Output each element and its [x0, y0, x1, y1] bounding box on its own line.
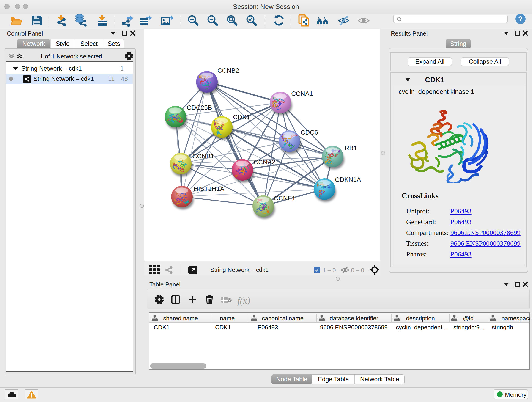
svg-text:CCNB2: CCNB2	[217, 67, 239, 74]
svg-text:CCNE1: CCNE1	[274, 195, 296, 202]
svg-text:CDC25B: CDC25B	[187, 104, 212, 111]
svg-text:CDC6: CDC6	[301, 129, 318, 136]
svg-text:CDKN1A: CDKN1A	[335, 176, 361, 183]
svg-text:CCNB1: CCNB1	[192, 153, 214, 160]
svg-text:HIST1H1A: HIST1H1A	[194, 185, 224, 192]
svg-text:CCNA2: CCNA2	[254, 159, 275, 166]
svg-text:CDK1: CDK1	[233, 114, 250, 121]
svg-text:RB1: RB1	[345, 144, 357, 152]
svg-text:CCNA1: CCNA1	[291, 90, 313, 97]
